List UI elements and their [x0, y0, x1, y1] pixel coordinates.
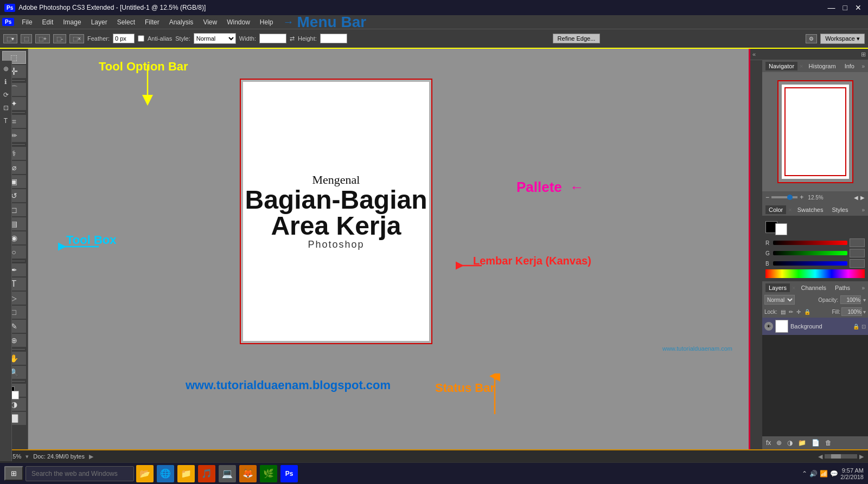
layer-mask-btn[interactable]: ⊕: [775, 439, 783, 447]
antialias-check[interactable]: [138, 35, 144, 42]
systray-volume[interactable]: 🔊: [809, 470, 818, 477]
menu-filter[interactable]: Filter: [141, 17, 164, 27]
horizontal-scrollbar[interactable]: [825, 454, 857, 459]
zoom-arrows-right[interactable]: ▶: [860, 195, 865, 201]
taskbar-search[interactable]: [25, 466, 134, 481]
r-slider[interactable]: [773, 241, 847, 245]
tab-styles[interactable]: Styles: [828, 205, 851, 214]
opacity-arrow[interactable]: ▾: [863, 297, 866, 303]
lock-transparent-btn[interactable]: ▤: [781, 309, 786, 315]
systray-up-arrow[interactable]: ⌃: [802, 470, 807, 477]
taskbar-icon-green[interactable]: 🌿: [260, 465, 277, 482]
tab-info[interactable]: Info: [841, 62, 858, 70]
b-input[interactable]: 0: [850, 259, 865, 268]
layer-delete-btn[interactable]: 🗑: [824, 439, 833, 447]
menu-window[interactable]: Window: [222, 17, 254, 27]
options-icon-btn[interactable]: ⚙: [806, 34, 817, 43]
layer-adj-btn[interactable]: ◑: [786, 439, 794, 447]
taskbar-icon-computer[interactable]: 💻: [219, 465, 236, 482]
blend-mode-select[interactable]: Normal Multiply Screen: [764, 295, 795, 305]
close-btn[interactable]: ✕: [853, 3, 864, 12]
taskbar-icon-firefox[interactable]: 🦊: [239, 465, 257, 482]
opacity-input[interactable]: [840, 295, 861, 304]
lock-all-btn[interactable]: 🔒: [804, 309, 810, 315]
refine-edge-btn[interactable]: Refine Edge...: [553, 34, 601, 43]
height-input[interactable]: [320, 34, 347, 43]
layer-styles-btn[interactable]: fx: [764, 439, 773, 447]
menu-help[interactable]: Help: [256, 17, 278, 27]
tab-histogram[interactable]: Histogram: [806, 62, 839, 70]
layer-group-btn[interactable]: 📁: [796, 439, 808, 447]
panel-options-btn[interactable]: ⊞: [861, 51, 866, 58]
tab-layers[interactable]: Layers: [765, 283, 790, 292]
nav-panel-expand[interactable]: »: [861, 63, 865, 69]
lock-image-btn[interactable]: ✏: [789, 309, 793, 315]
menu-analysis[interactable]: Analysis: [165, 17, 198, 27]
lock-position-btn[interactable]: ✛: [796, 309, 801, 315]
status-zoom-dropdown[interactable]: ▾: [25, 453, 29, 460]
tab-color[interactable]: Color: [765, 205, 786, 214]
color-spectrum-bar[interactable]: [765, 269, 865, 278]
marquee-style-btn3[interactable]: ⬚-: [53, 34, 66, 43]
taskbar-icon-folder[interactable]: 📁: [177, 465, 195, 482]
time-value: 9:57 AM: [840, 467, 864, 474]
scroll-right-btn[interactable]: ▶: [859, 453, 864, 460]
taskbar-clock[interactable]: 9:57 AM 2/2/2018: [840, 467, 864, 480]
fill-input[interactable]: [841, 307, 862, 316]
zoom-in-btn[interactable]: +: [800, 193, 803, 201]
color-panel-expand[interactable]: »: [861, 207, 865, 213]
feather-input[interactable]: [113, 34, 135, 43]
marquee-options-btn[interactable]: ⬚▾: [3, 34, 17, 43]
layer-new-btn[interactable]: 📄: [810, 439, 821, 447]
start-button[interactable]: ⊞: [4, 466, 23, 481]
tab-paths[interactable]: Paths: [832, 283, 853, 292]
marquee-style-btn1[interactable]: ⬚: [21, 34, 32, 43]
tab-channels[interactable]: Channels: [797, 283, 829, 292]
workspace-btn[interactable]: Workspace ▾: [820, 34, 865, 44]
antialias-label: Anti-alias: [148, 35, 172, 42]
color-sliders: R 0 G 0 B 0: [762, 216, 868, 281]
background-color-preview[interactable]: [775, 223, 787, 235]
color-header: Color × Swatches Styles »: [762, 204, 868, 216]
taskbar-icon-media[interactable]: 🎵: [198, 465, 215, 482]
status-arrow-btn[interactable]: ▶: [89, 453, 93, 460]
layer-options-btn[interactable]: ⊡: [861, 324, 866, 330]
g-input[interactable]: 0: [850, 249, 865, 257]
layer-background-row[interactable]: 👁 Background 🔒 ⊡: [762, 318, 868, 335]
maximize-btn[interactable]: □: [841, 3, 850, 12]
menu-edit[interactable]: Edit: [38, 17, 58, 27]
systray-network[interactable]: 📶: [820, 470, 828, 477]
taskbar-icon-ps[interactable]: Ps: [280, 465, 298, 482]
taskbar-icon-fileexplorer[interactable]: 📂: [136, 465, 154, 482]
fill-label: Fill:: [832, 309, 840, 315]
g-slider[interactable]: [773, 251, 847, 255]
systray-action-center[interactable]: 💬: [830, 470, 838, 477]
taskbar-icon-ie[interactable]: 🌐: [157, 465, 174, 482]
width-input[interactable]: [259, 34, 286, 43]
panel-collapse-btn[interactable]: «: [752, 51, 756, 57]
minimize-btn[interactable]: —: [826, 3, 838, 12]
menu-select[interactable]: Select: [113, 17, 139, 27]
zoom-out-btn[interactable]: −: [765, 193, 769, 201]
scroll-left-btn[interactable]: ◀: [818, 453, 822, 460]
zoom-arrows-left[interactable]: ◀: [854, 195, 858, 201]
menu-layer[interactable]: Layer: [87, 17, 112, 27]
canvas-text-mengenal: Mengenal: [312, 173, 360, 187]
b-slider[interactable]: [773, 261, 847, 266]
r-input[interactable]: 0: [850, 238, 865, 247]
menu-file[interactable]: File: [17, 17, 36, 27]
layer-eye-btn[interactable]: 👁: [764, 322, 773, 331]
layers-panel-expand[interactable]: »: [861, 285, 865, 291]
title-controls[interactable]: — □ ✕: [826, 3, 864, 12]
canvas-area[interactable]: Mengenal Bagian-Bagian Area Kerja Photos…: [28, 49, 749, 449]
menu-image[interactable]: Image: [59, 17, 85, 27]
menu-view[interactable]: View: [199, 17, 221, 27]
style-select[interactable]: Normal Fixed Ratio Fixed Size: [194, 33, 236, 44]
tab-navigator[interactable]: Navigator: [765, 62, 797, 70]
marquee-style-btn2[interactable]: ⬚+: [35, 34, 50, 43]
marquee-style-btn4[interactable]: ⬚×: [69, 34, 84, 43]
zoom-thumb: [787, 195, 793, 200]
fill-arrow[interactable]: ▾: [863, 309, 866, 315]
zoom-slider[interactable]: [771, 196, 797, 198]
tab-swatches[interactable]: Swatches: [794, 205, 827, 214]
